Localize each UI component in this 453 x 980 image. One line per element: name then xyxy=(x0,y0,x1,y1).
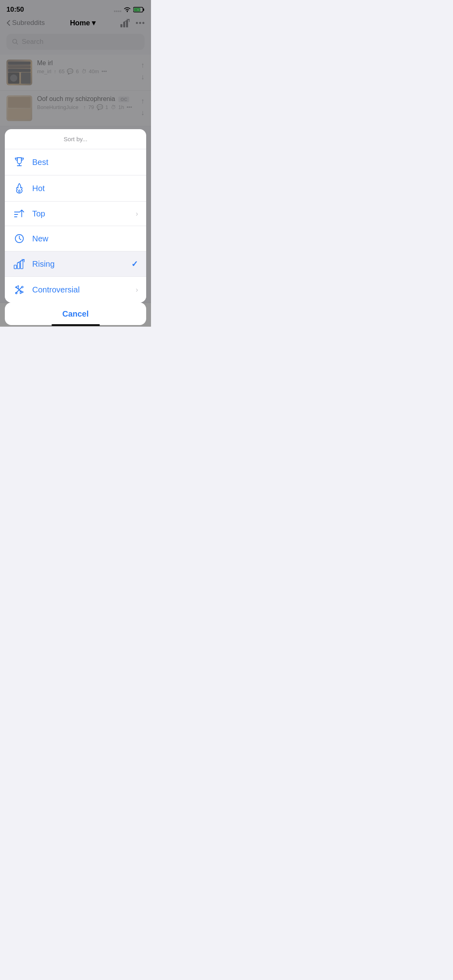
svg-rect-23 xyxy=(21,261,23,269)
cancel-label: Cancel xyxy=(62,309,89,319)
sort-label-best: Best xyxy=(32,158,138,167)
trophy-icon xyxy=(13,156,26,168)
sort-sheet: Sort by... Best Hot xyxy=(5,129,146,303)
sort-item-top[interactable]: Top › xyxy=(5,202,146,226)
sort-label-hot: Hot xyxy=(32,184,138,193)
sort-label-new: New xyxy=(32,234,138,243)
chart-icon xyxy=(13,259,26,269)
sort-item-best[interactable]: Best xyxy=(5,149,146,175)
home-indicator xyxy=(52,324,100,326)
fire-icon xyxy=(13,183,26,194)
cancel-sheet[interactable]: Cancel xyxy=(5,303,146,325)
sort-up-icon xyxy=(13,209,26,218)
sort-sheet-header: Sort by... xyxy=(5,129,146,149)
sort-item-hot[interactable]: Hot xyxy=(5,175,146,202)
svg-rect-21 xyxy=(14,265,17,269)
sort-item-rising[interactable]: Rising ✓ xyxy=(5,251,146,277)
svg-point-25 xyxy=(22,286,23,288)
chevron-right-icon: › xyxy=(136,286,138,294)
sort-label-rising: Rising xyxy=(32,259,125,269)
swords-icon xyxy=(13,284,26,295)
clock-icon xyxy=(13,233,26,244)
sort-label-controversial: Controversial xyxy=(32,285,129,294)
chevron-right-icon: › xyxy=(136,210,138,218)
sort-item-new[interactable]: New xyxy=(5,226,146,251)
checkmark-icon: ✓ xyxy=(131,259,138,269)
svg-rect-22 xyxy=(17,263,20,269)
sort-item-controversial[interactable]: Controversial › xyxy=(5,277,146,303)
sort-label-top: Top xyxy=(32,209,129,218)
